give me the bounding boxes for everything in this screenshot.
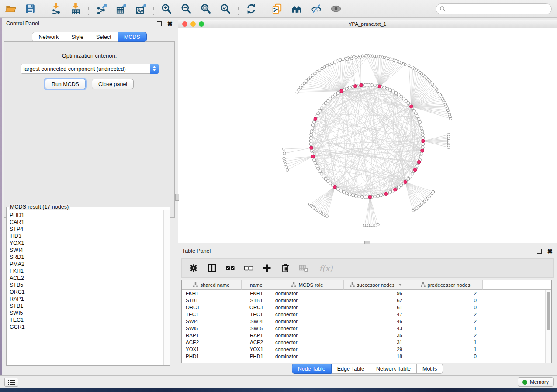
zoom-out-button[interactable] [180,3,192,15]
leaf-node[interactable] [323,66,326,69]
export-image-button[interactable] [135,3,147,15]
float-panel-icon[interactable] [537,249,542,254]
open-session-button[interactable] [4,3,17,15]
leaf-node[interactable] [286,168,288,171]
network-node[interactable] [397,93,400,96]
table-row[interactable]: PHD1PHD1dominator180 [182,353,545,360]
mcds-hub-node[interactable] [413,168,417,172]
network-node[interactable] [322,104,325,107]
table-row[interactable]: RAP1RAP1dominator352 [182,332,545,339]
network-node[interactable] [315,164,318,167]
network-canvas[interactable] [178,28,557,243]
network-node[interactable] [348,86,351,89]
horizontal-splitter-handle[interactable] [364,241,370,244]
close-panel-icon[interactable]: ✖ [547,249,553,254]
export-network-button[interactable] [95,3,107,15]
table-row[interactable]: SWI4SWI4dominator462 [182,318,545,325]
tab-motifs[interactable]: Motifs [417,364,443,374]
leaf-node[interactable] [328,63,331,65]
leaf-node[interactable] [333,61,336,63]
network-node[interactable] [377,194,380,197]
network-node[interactable] [389,190,392,193]
leaf-node[interactable] [316,70,318,73]
column-header-MCDS-role[interactable]: MCDS role [271,280,344,290]
network-node[interactable] [317,167,320,170]
mcds-list-scrollbar[interactable] [163,210,170,365]
network-node[interactable] [413,109,416,112]
show-panels-button[interactable] [4,378,18,387]
network-node[interactable] [419,124,422,127]
table-row[interactable]: ACE2ACE2connector311 [182,339,545,346]
network-node[interactable] [342,190,345,193]
mcds-hub-node[interactable] [353,84,357,88]
leaf-node[interactable] [318,69,321,72]
import-network-button[interactable] [50,3,62,15]
clone-network-button[interactable] [271,3,283,15]
network-node[interactable] [411,172,414,175]
mcds-result-item[interactable]: ACE2 [10,275,160,282]
delete-table-button[interactable] [298,262,309,274]
column-header-predecessor-nodes[interactable]: predecessor nodes [408,280,483,290]
leaf-node[interactable] [283,148,285,150]
network-node[interactable] [374,195,377,198]
network-node[interactable] [309,143,312,146]
mcds-result-item[interactable]: TEC1 [10,316,160,323]
network-node[interactable] [380,194,383,197]
window-minimize-icon[interactable] [190,21,196,27]
network-node[interactable] [416,115,419,118]
network-node[interactable] [364,196,367,199]
network-node[interactable] [383,86,386,89]
leaf-node[interactable] [325,64,328,67]
refresh-view-button[interactable] [245,3,257,15]
mcds-result-item[interactable]: GCR1 [10,323,160,330]
network-node[interactable] [357,195,360,198]
mcds-hub-node[interactable] [333,185,336,189]
function-builder-button[interactable]: f(x) [316,262,336,274]
network-node[interactable] [311,124,315,127]
table-row[interactable]: YOX1YOX1connector291 [182,346,545,353]
leaf-node[interactable] [314,72,316,75]
table-scrollbar-thumb[interactable] [547,292,550,330]
tab-node-table[interactable]: Node Table [292,364,332,374]
leaf-node[interactable] [355,56,357,59]
network-node[interactable] [351,194,354,197]
export-table-button[interactable] [115,3,127,15]
network-node[interactable] [391,90,394,93]
mcds-result-item[interactable]: YOX1 [10,240,160,247]
network-node[interactable] [311,127,314,130]
network-node[interactable] [400,95,403,98]
network-node[interactable] [414,112,417,115]
window-close-icon[interactable] [182,21,187,27]
run-mcds-button[interactable]: Run MCDS [45,79,86,89]
tab-mcds[interactable]: MCDS [118,32,147,42]
search-input[interactable] [436,3,552,14]
mcds-hub-node[interactable] [340,89,343,93]
leaf-node[interactable] [339,59,342,62]
show-columns-button[interactable] [206,262,218,274]
network-node[interactable] [320,107,323,110]
mcds-result-item[interactable]: STP4 [10,226,160,233]
import-table-button[interactable] [69,3,82,15]
table-row[interactable]: FKH1FKH1dominator962 [182,290,545,297]
mcds-hub-node[interactable] [378,85,381,88]
hide-selected-button[interactable] [310,3,322,15]
network-node[interactable] [348,193,351,196]
zoom-in-button[interactable] [160,3,173,15]
mcds-hub-node[interactable] [422,139,425,143]
network-node[interactable] [421,146,424,149]
column-header-shared-name[interactable]: shared name [182,280,242,290]
tab-style[interactable]: Style [65,32,90,42]
network-node[interactable] [386,87,389,90]
tab-network[interactable]: Network [32,32,65,42]
network-node[interactable] [320,172,323,175]
leaf-node[interactable] [342,58,344,61]
network-node[interactable] [420,127,423,130]
tab-network-table[interactable]: Network Table [370,364,417,374]
vertical-splitter-handle[interactable] [175,194,179,201]
memory-button[interactable]: Memory [518,377,554,387]
leaf-node[interactable] [432,190,435,193]
network-node[interactable] [416,164,419,167]
mcds-result-item[interactable]: FKH1 [10,268,160,275]
mcds-result-item[interactable]: RAP1 [10,296,160,303]
network-node[interactable] [421,130,424,133]
